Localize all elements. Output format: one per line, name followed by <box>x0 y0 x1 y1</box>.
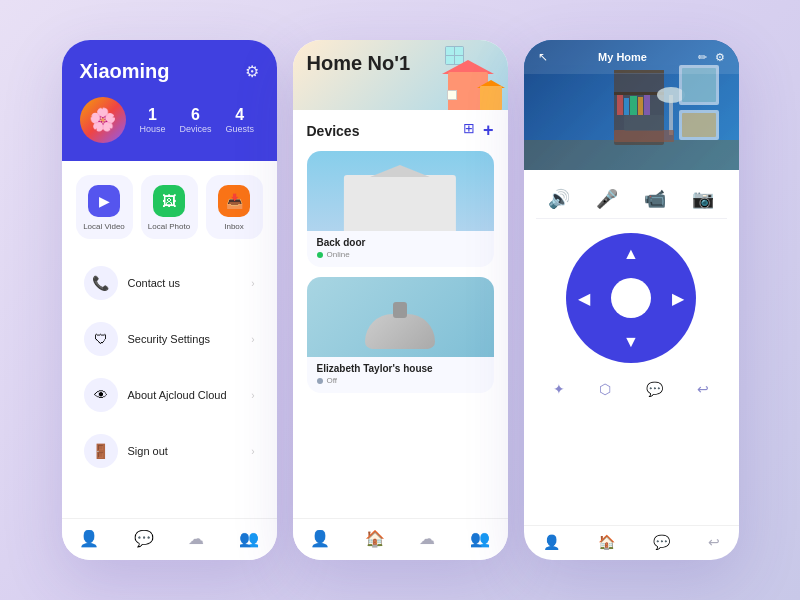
svg-rect-14 <box>682 113 716 137</box>
status-dot-offline <box>317 378 323 384</box>
chat-icon[interactable]: 💬 <box>646 381 663 397</box>
nav-cloud-icon[interactable]: ☁ <box>188 529 204 548</box>
device-card-elizabeth[interactable]: Elizabeth Taylor's house Off <box>307 277 494 393</box>
about-ajcloud-item[interactable]: 👁 About Ajcloud Cloud › <box>76 369 263 421</box>
card-profile: Xiaoming ⚙ 🌸 1 House 6 Devices 4 Guests <box>62 40 277 560</box>
device-image-backdoor <box>307 151 494 231</box>
remote-center-button[interactable] <box>611 278 651 318</box>
sign-out-item[interactable]: 🚪 Sign out › <box>76 425 263 477</box>
arrow-left-button[interactable]: ◀ <box>578 289 590 308</box>
arrow-up-button[interactable]: ▲ <box>623 245 639 263</box>
chevron-right-icon: › <box>251 278 254 289</box>
device-info-elizabeth: Elizabeth Taylor's house Off <box>307 357 494 393</box>
status-dot-online <box>317 252 323 258</box>
play-icon: ▶ <box>88 185 120 217</box>
bottom-nav-1: 👤 💬 ☁ 👥 <box>62 518 277 560</box>
video-icon[interactable]: 📹 <box>644 188 666 210</box>
bottom-nav-2: 👤 🏠 ☁ 👥 <box>293 518 508 560</box>
nav-home-icon-3[interactable]: 🏠 <box>598 534 615 550</box>
device-name-2: Elizabeth Taylor's house <box>317 363 484 374</box>
devices-actions: ⊞ + <box>463 120 494 141</box>
remote-body: 🔊 🎤 📹 📷 ▲ ▼ ◀ ▶ ✦ ⬡ 💬 ↩ <box>524 170 739 525</box>
home-header: Home No'1 <box>293 40 508 110</box>
remote-circle-wrapper: ▲ ▼ ◀ ▶ <box>536 227 727 369</box>
nav-cloud-icon-2[interactable]: ☁ <box>419 529 435 548</box>
svg-rect-5 <box>638 97 643 115</box>
devices-header: Devices ⊞ + <box>307 120 494 141</box>
user-stats: 1 House 6 Devices 4 Guests <box>140 106 255 134</box>
refresh-icon[interactable]: ↩ <box>697 381 709 397</box>
remote-header-bar: ↖ My Home ✏ ⚙ <box>524 40 739 74</box>
move-icon[interactable]: ✦ <box>553 381 565 397</box>
settings-icon[interactable]: ⚙ <box>715 51 725 64</box>
card-home: Home No'1 Devices ⊞ + <box>293 40 508 560</box>
inbox-button[interactable]: 📥 Inbox <box>206 175 263 239</box>
add-device-icon[interactable]: + <box>483 120 494 141</box>
edit-icon[interactable]: ✏ <box>698 51 707 64</box>
status-text: Online <box>327 250 350 259</box>
profile-body: ▶ Local Video 🖼 Local Photo 📥 Inbox 📞 Co… <box>62 161 277 518</box>
my-home-title: My Home <box>598 51 647 63</box>
nav-profile-icon-2[interactable]: 👤 <box>310 529 330 548</box>
chevron-right-icon: › <box>251 390 254 401</box>
nav-back-icon-3[interactable]: ↩ <box>708 534 720 550</box>
profile-header: Xiaoming ⚙ 🌸 1 House 6 Devices 4 Guests <box>62 40 277 161</box>
device-status: Online <box>317 250 484 259</box>
user-name: Xiaoming <box>80 60 170 83</box>
mic-icon[interactable]: 🎤 <box>596 188 618 210</box>
nav-home-icon-2[interactable]: 🏠 <box>365 529 385 548</box>
device-card-backdoor[interactable]: Back door Online <box>307 151 494 267</box>
local-photo-button[interactable]: 🖼 Local Photo <box>141 175 198 239</box>
building-shape <box>344 175 456 231</box>
chevron-right-icon: › <box>251 334 254 345</box>
grid-view-icon[interactable]: ⊞ <box>463 120 475 141</box>
svg-rect-16 <box>624 115 664 131</box>
svg-rect-7 <box>614 92 664 95</box>
svg-rect-15 <box>614 130 674 142</box>
nav-profile-icon[interactable]: 👤 <box>79 529 99 548</box>
quick-actions: ▶ Local Video 🖼 Local Photo 📥 Inbox <box>76 175 263 239</box>
chevron-right-icon: › <box>251 446 254 457</box>
device-info-backdoor: Back door Online <box>307 231 494 267</box>
volume-icon[interactable]: 🔊 <box>548 188 570 210</box>
contact-us-item[interactable]: 📞 Contact us › <box>76 257 263 309</box>
remote-dpad[interactable]: ▲ ▼ ◀ ▶ <box>566 233 696 363</box>
avatar: 🌸 <box>80 97 126 143</box>
security-settings-item[interactable]: 🛡 Security Settings › <box>76 313 263 365</box>
bottom-controls-row: ✦ ⬡ 💬 ↩ <box>536 377 727 401</box>
home-title: Home No'1 <box>307 52 494 75</box>
svg-rect-2 <box>617 95 623 115</box>
signout-icon: 🚪 <box>84 434 118 468</box>
devices-label: Devices <box>307 123 360 139</box>
arrow-right-button[interactable]: ▶ <box>672 289 684 308</box>
header-actions: ✏ ⚙ <box>698 51 725 64</box>
nav-chat-icon-3[interactable]: 💬 <box>653 534 670 550</box>
stat-devices: 6 Devices <box>180 106 212 134</box>
nav-people-icon[interactable]: 👥 <box>239 529 259 548</box>
iron-handle <box>393 302 407 318</box>
device-image-elizabeth <box>307 277 494 357</box>
devices-section: Devices ⊞ + Back door Online <box>293 110 508 518</box>
svg-rect-4 <box>630 96 637 115</box>
stat-house: 1 House <box>140 106 166 134</box>
svg-rect-3 <box>624 98 629 115</box>
local-video-button[interactable]: ▶ Local Video <box>76 175 133 239</box>
fullscreen-icon[interactable]: ⬡ <box>599 381 611 397</box>
bottom-nav-3: 👤 🏠 💬 ↩ <box>524 525 739 560</box>
nav-chat-icon[interactable]: 💬 <box>134 529 154 548</box>
nav-people-icon-2[interactable]: 👥 <box>470 529 490 548</box>
card-remote: ↖ My Home ✏ ⚙ 🔊 🎤 📹 📷 ▲ ▼ ◀ ▶ ✦ <box>524 40 739 560</box>
media-controls-row: 🔊 🎤 📹 📷 <box>536 180 727 219</box>
arrow-down-button[interactable]: ▼ <box>623 333 639 351</box>
gear-icon[interactable]: ⚙ <box>245 62 259 81</box>
house-decoration <box>428 40 508 110</box>
camera-icon[interactable]: 📷 <box>692 188 714 210</box>
stat-guests: 4 Guests <box>226 106 255 134</box>
iron-shape <box>365 314 435 349</box>
house-window <box>447 90 457 100</box>
photo-icon: 🖼 <box>153 185 185 217</box>
eye-icon: 👁 <box>84 378 118 412</box>
nav-profile-icon-3[interactable]: 👤 <box>543 534 560 550</box>
back-icon[interactable]: ↖ <box>538 50 548 64</box>
status-text-2: Off <box>327 376 338 385</box>
